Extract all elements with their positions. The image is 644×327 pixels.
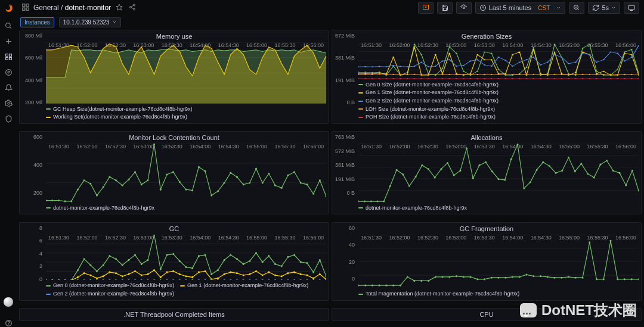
svg-point-272 (191, 189, 193, 191)
svg-marker-17 (116, 4, 122, 10)
legend-item[interactable]: dotnet-monitor-example-76cd8c4f8b-hgr9x (358, 205, 467, 212)
help-icon[interactable] (4, 319, 13, 327)
svg-point-428 (262, 274, 264, 276)
explore-icon[interactable] (4, 68, 13, 76)
svg-point-525 (617, 278, 618, 280)
share-icon[interactable] (128, 4, 137, 12)
svg-point-475 (274, 279, 276, 280)
svg-point-467 (224, 279, 225, 280)
svg-point-448 (103, 279, 104, 280)
legend-item[interactable]: Gen 1 Size (dotnet-monitor-example-76cd8… (358, 89, 499, 96)
y-axis: 86420 (20, 225, 45, 282)
panel-title: Allocations (332, 132, 641, 141)
legend-item[interactable]: Gen 2 Size (dotnet-monitor-example-76cd8… (358, 98, 499, 105)
svg-point-513 (532, 275, 534, 277)
chart-area[interactable]: 16:51:3016:52:0016:52:3016:53:0016:53:30… (358, 144, 639, 202)
svg-point-524 (610, 239, 612, 241)
panel-lock[interactable]: Monitor Lock Contention Count60040020016… (19, 131, 329, 214)
svg-point-313 (447, 162, 448, 164)
legend-item[interactable]: Gen 0 Size (dotnet-monitor-example-76cd8… (358, 82, 499, 89)
svg-point-171 (407, 74, 408, 75)
configuration-icon[interactable] (4, 99, 13, 107)
svg-point-289 (300, 182, 302, 184)
panel-memory[interactable]: Memory use800 Mil600 Mil400 Mil200 Mil16… (19, 30, 329, 124)
svg-point-225 (498, 78, 500, 79)
svg-point-59 (484, 51, 485, 52)
svg-point-319 (485, 161, 487, 163)
legend-item[interactable]: Total Fragmentation (dotnet-monitor-exam… (358, 291, 519, 298)
svg-point-321 (498, 178, 500, 180)
svg-point-20 (134, 8, 135, 10)
svg-point-458 (166, 279, 168, 280)
legend-item[interactable]: Working Set(dotnet-monitor-example-76cd8… (46, 114, 187, 121)
svg-point-489 (364, 284, 366, 286)
save-button[interactable] (437, 2, 453, 14)
svg-point-121 (631, 54, 633, 55)
svg-point-168 (386, 74, 388, 75)
panel-cpu[interactable]: CPU (332, 308, 642, 321)
dashboards-icon[interactable] (4, 52, 13, 61)
svg-point-357 (96, 270, 98, 272)
settings-button[interactable] (456, 2, 472, 14)
legend-item[interactable]: Gen 0 (dotnet-monitor-example-76cd8c4f8b… (46, 282, 174, 289)
svg-point-318 (478, 164, 480, 166)
alerting-icon[interactable] (4, 83, 13, 92)
sidebar (0, 0, 17, 327)
svg-point-518 (568, 276, 569, 278)
svg-point-147 (526, 59, 528, 60)
svg-point-325 (523, 188, 525, 189)
svg-point-507 (491, 276, 493, 278)
svg-point-270 (179, 181, 181, 183)
svg-point-162 (631, 57, 633, 58)
chart-area[interactable]: 16:51:3016:52:0016:52:3016:53:0016:53:30… (358, 235, 639, 288)
breadcrumb[interactable]: General / dotnet-monitor (33, 4, 111, 12)
search-icon[interactable] (4, 21, 13, 30)
variable-label[interactable]: Instances (20, 17, 54, 27)
panel-tp[interactable]: .NET Threadpool Completed Items (19, 308, 329, 321)
timerange-picker[interactable]: Last 5 minutes CST (475, 2, 566, 14)
svg-point-375 (210, 273, 212, 275)
legend-item[interactable]: GC Heap Size(dotnet-monitor-example-76cd… (46, 106, 193, 113)
svg-rect-15 (23, 8, 25, 10)
user-avatar[interactable] (4, 297, 13, 307)
add-panel-button[interactable] (418, 2, 434, 14)
refresh-button[interactable]: 5s (588, 2, 620, 14)
svg-point-56 (463, 71, 465, 72)
zoom-out-button[interactable] (569, 2, 584, 14)
server-admin-icon[interactable] (4, 114, 13, 123)
tv-mode-button[interactable] (624, 2, 639, 14)
chart-area[interactable]: 16:51:3016:52:0016:52:3016:53:0016:53:30… (358, 42, 639, 79)
svg-point-355 (83, 258, 85, 260)
legend-item[interactable]: Gen 2 (dotnet-monitor-example-76cd8c4f8b… (46, 291, 174, 298)
svg-point-238 (589, 78, 590, 79)
dashboards-grid-icon[interactable] (21, 3, 30, 13)
legend-item[interactable]: POH Size (dotnet-monitor-example-76cd8c4… (358, 114, 496, 121)
plus-icon[interactable] (4, 37, 13, 45)
svg-point-49 (414, 43, 416, 45)
svg-point-324 (517, 144, 519, 145)
chart-area[interactable]: 16:51:3016:52:0016:52:3016:53:0016:53:30… (46, 42, 326, 104)
panel-gc[interactable]: GC8642016:51:3016:52:0016:52:3016:53:001… (19, 222, 329, 301)
svg-point-454 (141, 279, 143, 280)
svg-point-392 (319, 259, 321, 260)
svg-rect-4 (5, 54, 8, 56)
svg-point-217 (442, 78, 444, 79)
svg-point-307 (408, 185, 410, 187)
star-icon[interactable] (114, 4, 124, 12)
legend-item[interactable]: LOH Size (dotnet-monitor-example-76cd8c4… (358, 106, 495, 113)
svg-point-212 (407, 78, 408, 79)
panel-alloc[interactable]: Allocations763 MiB572 MiB381 MiB191 MiB0… (332, 131, 642, 214)
panel-frag[interactable]: GC Fragmentation604020016:51:3016:52:001… (332, 222, 642, 301)
svg-point-202 (624, 74, 626, 75)
panel-gensizes[interactable]: Generation Sizes572 MiB381 MiB191 MiB0 B… (332, 30, 642, 124)
variable-bar: Instances 10.1.0.239:52323 (17, 15, 644, 29)
svg-point-153 (568, 63, 569, 64)
svg-point-151 (554, 54, 556, 55)
variable-value-dropdown[interactable]: 10.1.0.239:52323 (59, 17, 121, 27)
chart-area[interactable]: 16:51:3016:52:0016:52:3016:53:0016:53:30… (46, 144, 326, 202)
grafana-logo[interactable] (2, 2, 14, 14)
legend-item[interactable]: Gen 1 (dotnet-monitor-example-76cd8c4f8b… (180, 282, 308, 289)
svg-point-291 (312, 193, 314, 195)
chart-area[interactable]: 16:51:3016:52:0016:52:3016:53:0016:53:30… (46, 235, 326, 281)
legend-item[interactable]: dotnet-monitor-example-76cd8c4f8b-hgr9x (46, 205, 154, 212)
